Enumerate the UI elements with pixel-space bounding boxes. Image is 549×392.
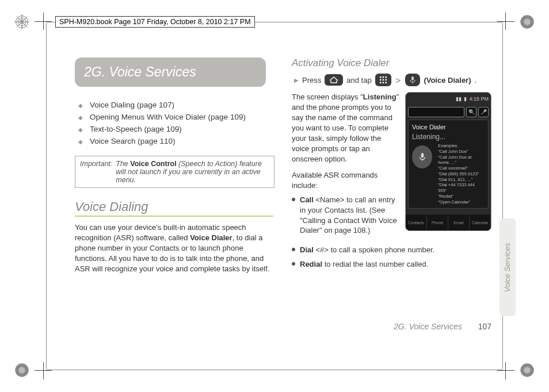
triangle-icon: ▶ — [294, 77, 299, 83]
crop-mark — [497, 13, 514, 30]
paragraph: Available ASR commands include: — [292, 170, 399, 191]
asr-command-list-cont: Dial <#> to call a spoken phone number. … — [292, 245, 491, 270]
toc-label: Opening Menus With Voice Dialer (page 10… — [90, 113, 246, 121]
frame-line — [502, 23, 503, 369]
diamond-icon: ◆ — [78, 139, 83, 145]
phone-card-title: Voice Dialer — [412, 124, 485, 130]
home-key-icon — [325, 74, 343, 86]
svg-rect-13 — [380, 76, 382, 78]
diamond-icon: ◆ — [78, 102, 83, 109]
rosette-icon — [519, 14, 535, 30]
svg-rect-15 — [385, 76, 387, 78]
toc-item: ◆Voice Dialing (page 107) — [75, 101, 274, 109]
svg-rect-17 — [382, 79, 384, 81]
paragraph: The screen displays "Listening" and the … — [292, 92, 399, 164]
footer-page-number: 107 — [478, 322, 491, 331]
toc-label: Voice Search (page 110) — [90, 137, 176, 145]
apps-grid-icon — [375, 74, 391, 86]
list-item: Call <Name> to call an entry in your Con… — [292, 195, 399, 235]
toc-item: ◆Text-to-Speech (page 109) — [75, 125, 274, 133]
toc-label: Voice Dialing (page 107) — [90, 101, 174, 109]
svg-rect-22 — [411, 76, 414, 80]
svg-rect-24 — [421, 153, 424, 157]
svg-rect-19 — [380, 82, 382, 84]
side-tab-label: Voice Services — [504, 243, 512, 292]
toc-label: Text-to-Speech (page 109) — [90, 125, 182, 133]
left-column: 2G. Voice Services ◆Voice Dialing (page … — [75, 57, 274, 274]
phone-dock-item: Contacts — [406, 214, 427, 230]
right-column: Activating Voice Dialer ▶ Press and tap … — [292, 57, 491, 274]
svg-rect-14 — [382, 76, 384, 78]
phone-statusbar: ▮▮ ▮ 4:15 PM — [406, 93, 491, 105]
section-title-pill: 2G. Voice Services — [75, 57, 266, 87]
rosette-icon — [519, 362, 535, 378]
important-label: Important: — [80, 160, 112, 184]
voice-dialer-app-icon — [405, 74, 420, 86]
rosette-icon — [14, 362, 30, 378]
toc-item: ◆Opening Menus With Voice Dialer (page 1… — [75, 113, 274, 121]
step-separator: > — [396, 75, 401, 85]
svg-rect-18 — [385, 79, 387, 81]
phone-time: 4:15 PM — [469, 96, 489, 102]
framemaker-header: SPH-M920.book Page 107 Friday, October 8… — [55, 16, 255, 28]
step-text: and tap — [346, 76, 371, 84]
crop-mark — [35, 13, 52, 30]
phone-search-field — [408, 107, 464, 117]
svg-rect-16 — [380, 79, 382, 81]
important-note: Important: The Voice Control (Speech to … — [75, 156, 274, 188]
phone-dock-item: Calendar — [470, 214, 491, 230]
frame-line — [46, 370, 503, 370]
phone-voice-dialer-card: Voice Dialer Listening... Examples: "Cal… — [408, 120, 489, 209]
frame-line — [46, 23, 47, 369]
rosette-icon — [14, 14, 30, 30]
toc-item: ◆Voice Search (page 110) — [75, 137, 274, 145]
side-tab: Voice Services — [500, 218, 516, 316]
heading-rule — [75, 216, 273, 217]
footer-section-label: 2G. Voice Services — [394, 322, 462, 331]
mic-icon — [412, 145, 432, 168]
step-dot: . — [475, 76, 477, 84]
section-toc: ◆Voice Dialing (page 107) ◆Opening Menus… — [75, 101, 274, 145]
important-text: The Voice Control (Speech to Action) fea… — [116, 160, 269, 184]
page-footer: 2G. Voice Services 107 — [394, 322, 491, 331]
search-icon: 🔍 — [466, 107, 476, 117]
phone-examples: Examples: "Call John Doe" "Call John Doe… — [438, 143, 485, 205]
svg-point-10 — [18, 367, 25, 374]
phone-dock-item: Email — [448, 214, 470, 230]
mic-icon: 🎤 — [478, 107, 489, 117]
content-area: 2G. Voice Services ◆Voice Dialing (page … — [75, 57, 491, 340]
asr-command-list: Call <Name> to call an entry in your Con… — [292, 195, 399, 235]
step-app-label: (Voice Dialer) — [424, 76, 471, 84]
crop-mark — [35, 362, 52, 379]
phone-listening-label: Listening... — [412, 133, 485, 141]
crop-mark — [497, 362, 514, 379]
list-item: Dial <#> to call a spoken phone number. — [292, 245, 491, 255]
step-line: ▶ Press and tap > (Voice Dialer). — [292, 74, 491, 86]
phone-screenshot: ▮▮ ▮ 4:15 PM 🔍 🎤 Voice Dialer Listening.… — [405, 92, 491, 231]
phone-dock-item: Phone — [427, 214, 448, 230]
svg-point-12 — [524, 367, 531, 374]
heading-voice-dialing: Voice Dialing — [75, 199, 274, 214]
battery-icon: ▮ — [464, 96, 467, 102]
heading-activating: Activating Voice Dialer — [292, 57, 491, 69]
phone-searchbar: 🔍 🎤 — [408, 107, 489, 117]
list-item: Redial to redial the last number called. — [292, 259, 491, 270]
diamond-icon: ◆ — [78, 114, 83, 121]
page-root: SPH-M920.book Page 107 Friday, October 8… — [0, 0, 549, 392]
svg-rect-21 — [385, 82, 387, 84]
diamond-icon: ◆ — [78, 126, 83, 133]
svg-rect-20 — [382, 82, 384, 84]
signal-icon: ▮▮ — [456, 96, 462, 102]
phone-dock: Contacts Phone Email Calendar — [406, 214, 491, 230]
svg-point-8 — [524, 18, 531, 25]
step-text: Press — [302, 76, 321, 84]
paragraph: You can use your device's built-in autom… — [75, 222, 274, 274]
